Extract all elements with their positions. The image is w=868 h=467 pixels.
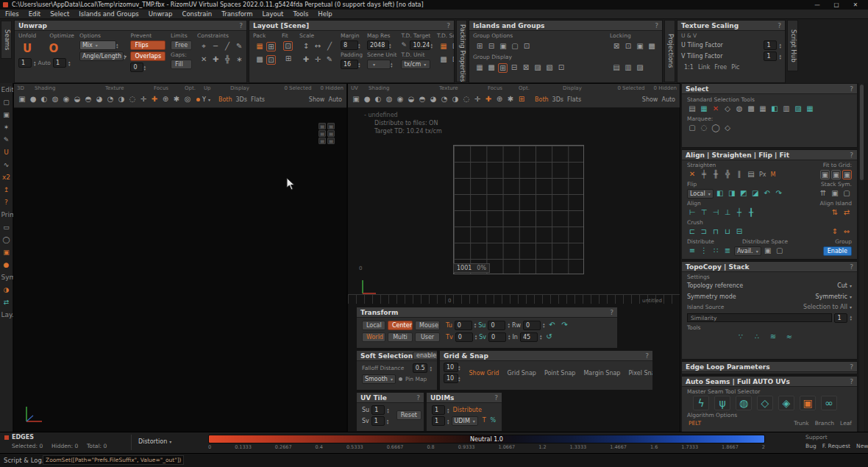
crush-right-icon[interactable]: ⊐ bbox=[699, 227, 709, 237]
help-icon[interactable]: ? bbox=[850, 378, 853, 385]
lock-groups-icon[interactable]: ▤ bbox=[611, 63, 622, 73]
crush-island-u-icon[interactable]: ⇕ bbox=[830, 227, 840, 237]
scrollbar-thumb[interactable] bbox=[860, 85, 864, 180]
cut-dropdown[interactable]: Cut bbox=[837, 282, 852, 289]
align-center-u-icon[interactable]: ┼ bbox=[734, 207, 744, 218]
scene-unit-dropdown[interactable] bbox=[367, 60, 391, 69]
udim-mode-dropdown[interactable]: UDIM bbox=[452, 416, 478, 426]
topo-paste-icon[interactable]: ∴ bbox=[752, 332, 762, 342]
menu-item[interactable]: Edit bbox=[29, 10, 40, 18]
crush-down-icon[interactable]: ⊔ bbox=[722, 227, 733, 237]
pivot-center-button[interactable]: Center bbox=[388, 321, 413, 330]
distribute-gaps-icon[interactable]: ≣ bbox=[722, 246, 733, 256]
free-button[interactable]: Free bbox=[713, 63, 728, 71]
texel-density-match-icon[interactable]: ⊡ bbox=[450, 54, 455, 65]
pivot-local-button[interactable]: Local bbox=[362, 321, 385, 330]
px-button[interactable]: Px bbox=[758, 171, 768, 179]
focus-selection-icon[interactable]: ✚ bbox=[483, 94, 494, 104]
falloff-distance-field[interactable]: 0.5 bbox=[413, 363, 428, 373]
spinner[interactable] bbox=[387, 418, 389, 424]
edit-td-icon[interactable] bbox=[401, 41, 410, 50]
marquee-polygon-icon[interactable]: ◇ bbox=[722, 123, 733, 133]
menu-item[interactable]: Select bbox=[50, 10, 69, 18]
select-borders-icon[interactable]: ▥ bbox=[781, 104, 791, 114]
island-source-dropdown[interactable]: Selection to All bbox=[803, 304, 852, 310]
udim-v-field[interactable]: 1 bbox=[432, 416, 445, 426]
unfold-iterations-field[interactable]: 1 bbox=[18, 58, 32, 68]
tu-field[interactable]: 0 bbox=[455, 321, 472, 330]
pin-map-radio[interactable] bbox=[399, 377, 402, 381]
feature-request-link[interactable]: F. Request bbox=[822, 443, 850, 449]
spinner[interactable] bbox=[779, 43, 781, 49]
add-pin-icon[interactable]: ✚ bbox=[210, 54, 221, 65]
show-button[interactable]: Show bbox=[641, 96, 660, 104]
display-both-button[interactable]: Both bbox=[533, 96, 550, 104]
pivot-world-button[interactable]: World bbox=[362, 332, 385, 342]
udim-percent-icon[interactable]: % bbox=[489, 417, 497, 425]
align-bottom-icon[interactable]: ⊥ bbox=[722, 207, 733, 218]
crush-left-icon[interactable]: ⊏ bbox=[687, 227, 697, 237]
symmetry-mode-dropdown[interactable]: Symmetric bbox=[816, 293, 852, 300]
uv-grid-toggle-icon[interactable]: ⊞ bbox=[516, 94, 527, 104]
reset-rotation-icon[interactable]: ↺ bbox=[544, 332, 554, 342]
spinner[interactable] bbox=[447, 418, 449, 424]
link-seams-icon[interactable]: ∞ bbox=[821, 396, 837, 410]
up-axis-dropdown[interactable]: Y bbox=[202, 96, 210, 103]
shading-textured-icon[interactable]: ◉ bbox=[61, 94, 71, 104]
optimize-view-icon[interactable]: ✱ bbox=[505, 94, 516, 104]
menu-item[interactable]: Tools bbox=[293, 10, 308, 18]
shading-textured-icon[interactable]: ◉ bbox=[395, 94, 405, 104]
texture-channel-2-icon[interactable]: ◔ bbox=[105, 94, 115, 104]
select-polygons-icon[interactable]: ▦ bbox=[699, 104, 709, 114]
shading-id-icon[interactable]: ◓ bbox=[83, 94, 93, 104]
pivot-multi-button[interactable]: Multi bbox=[388, 332, 413, 342]
su-field[interactable]: 0 bbox=[488, 321, 505, 330]
td-unit-dropdown[interactable]: tx/cm bbox=[401, 60, 430, 69]
falloff-mode-dropdown[interactable]: Smooth bbox=[362, 374, 396, 384]
flip-horizontal-icon[interactable]: ◧ bbox=[715, 188, 725, 199]
focus-all-icon[interactable]: ✛ bbox=[138, 94, 149, 104]
marquee-select-icon[interactable]: ▢ bbox=[1, 98, 12, 107]
focus-all-icon[interactable]: ✛ bbox=[472, 94, 483, 104]
tab-projections[interactable]: Projections bbox=[664, 20, 675, 82]
viewport-overlay-icon[interactable]: ▤ bbox=[327, 130, 335, 137]
soft-selection-enable-button[interactable]: enable bbox=[413, 352, 438, 360]
x2-subdiv-icon[interactable]: x2 bbox=[1, 173, 12, 182]
display-stacked-icon[interactable]: ⊡ bbox=[556, 63, 566, 73]
shading-checker-icon[interactable]: ◒ bbox=[72, 94, 82, 104]
display-islands-icon[interactable]: ▩ bbox=[486, 63, 497, 73]
menu-item[interactable]: Constrain bbox=[182, 10, 212, 18]
unstack-icon[interactable]: ▢ bbox=[842, 188, 852, 199]
minimize-button[interactable]: — bbox=[808, 1, 827, 8]
spinner[interactable] bbox=[850, 315, 852, 321]
show-grid-button[interactable]: Show Grid bbox=[468, 369, 501, 377]
primitive-plane-icon[interactable]: ▭ bbox=[1, 223, 12, 232]
texture-channel-3-icon[interactable]: ◑ bbox=[116, 94, 127, 104]
point-snap-button[interactable]: Point Snap bbox=[543, 369, 577, 377]
tv-field[interactable]: 0 bbox=[455, 332, 473, 342]
help-icon[interactable]: ? bbox=[850, 151, 853, 159]
marquee-rectangle-icon[interactable]: ▢ bbox=[687, 123, 697, 133]
spinner[interactable] bbox=[430, 43, 433, 49]
group-merge-icon[interactable]: ⊡ bbox=[522, 41, 532, 51]
fit-to-grid-scale-icon[interactable]: ▣ bbox=[842, 170, 852, 179]
select-islands-icon[interactable]: ▩ bbox=[746, 104, 756, 114]
map-res-field[interactable]: 2048 bbox=[367, 40, 389, 50]
display-flats-button[interactable]: Flats bbox=[249, 96, 266, 104]
spinner[interactable] bbox=[143, 65, 146, 71]
rotate-cw-icon[interactable]: ↷ bbox=[560, 320, 570, 330]
lock-all-icon[interactable]: ▩ bbox=[647, 41, 657, 51]
link-button[interactable]: Link bbox=[697, 63, 711, 71]
grid-snap-button[interactable]: Grid Snap bbox=[505, 369, 537, 377]
straighten-both-icon[interactable]: ╬ bbox=[722, 169, 733, 179]
texture-channel-4-icon[interactable]: ◌ bbox=[127, 94, 138, 104]
help-icon[interactable]: ? bbox=[494, 394, 498, 402]
texel-density-get-icon[interactable]: ▦ bbox=[438, 41, 449, 51]
spinner[interactable] bbox=[475, 334, 477, 340]
spinner[interactable] bbox=[779, 54, 781, 60]
spinner[interactable] bbox=[447, 407, 449, 413]
sphere-selection-icon[interactable]: ◍ bbox=[734, 104, 744, 114]
tab-seams[interactable]: Seams bbox=[1, 21, 12, 59]
distribute-avail-dropdown[interactable]: Avail. bbox=[734, 246, 761, 256]
help-icon[interactable]: ? bbox=[447, 22, 450, 29]
